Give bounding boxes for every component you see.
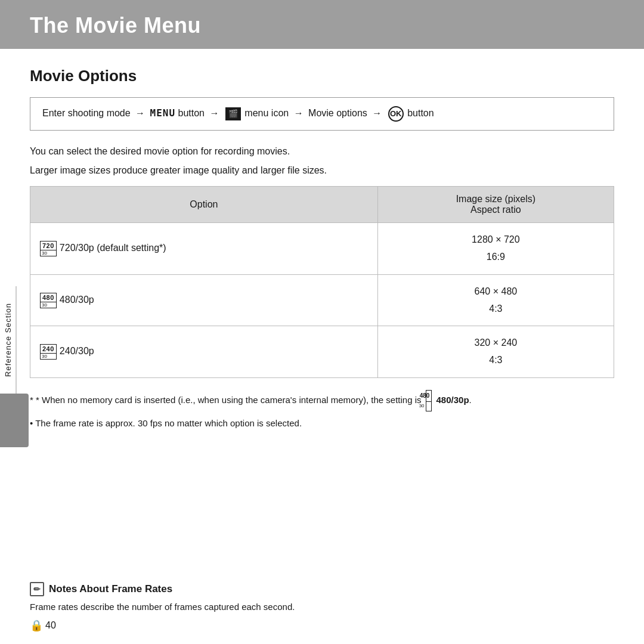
- page-title: The Movie Menu: [30, 13, 614, 38]
- aspect-ratio-0: 16:9: [487, 252, 505, 262]
- res-badge-480: 48030: [40, 293, 57, 308]
- movie-menu-icon: 🎬: [225, 107, 241, 120]
- table-row: 48030480/30p640 × 4804:3: [30, 274, 614, 326]
- table-row: 24030240/30p320 × 2404:3: [30, 326, 614, 378]
- main-content: Movie Options Enter shooting mode → MENU…: [0, 49, 644, 447]
- table-row: 72030720/30p (default setting*)1280 × 72…: [30, 223, 614, 275]
- menu-button-label: MENU: [150, 107, 176, 119]
- aspect-ratio-1: 4:3: [489, 304, 502, 314]
- description-1: You can select the desired movie option …: [30, 144, 614, 159]
- image-size-1: 640 × 480: [475, 286, 518, 296]
- res-badge-720: 72030: [40, 241, 57, 256]
- col-option-header: Option: [30, 187, 378, 223]
- notes-title: ✏ Notes About Frame Rates: [30, 582, 614, 596]
- options-table: Option Image size (pixels) Aspect ratio …: [30, 186, 614, 378]
- option-label-0: 720/30p (default setting*): [60, 243, 166, 253]
- lock-icon: 🔒: [30, 619, 43, 632]
- footnotes: * * When no memory card is inserted (i.e…: [30, 390, 614, 431]
- notes-text: Frame rates describe the number of frame…: [30, 600, 614, 614]
- col-imagesize-header: Image size (pixels) Aspect ratio: [377, 187, 614, 223]
- notes-icon: ✏: [30, 582, 44, 596]
- sidebar-tab: [0, 394, 29, 447]
- footnote-badge-480: 480 30: [426, 390, 432, 411]
- res-badge-240: 24030: [40, 344, 57, 360]
- footnote-1: * * When no memory card is inserted (i.e…: [30, 390, 614, 411]
- nav-text: Enter shooting mode → MENU button → 🎬 me…: [42, 108, 434, 118]
- page-number: 🔒 40: [30, 619, 56, 632]
- description-2: Larger image sizes produce greater image…: [30, 163, 614, 178]
- option-label-1: 480/30p: [60, 295, 94, 305]
- option-cell-1: 48030480/30p: [30, 274, 378, 326]
- ok-button-icon: OK: [388, 106, 404, 122]
- notes-section: ✏ Notes About Frame Rates Frame rates de…: [30, 582, 614, 614]
- table-header-row: Option Image size (pixels) Aspect ratio: [30, 187, 614, 223]
- option-cell-0: 72030720/30p (default setting*): [30, 223, 378, 275]
- header-bar: The Movie Menu: [0, 0, 644, 49]
- size-cell-0: 1280 × 72016:9: [377, 223, 614, 275]
- image-size-2: 320 × 240: [475, 338, 518, 348]
- size-cell-1: 640 × 4804:3: [377, 274, 614, 326]
- section-title: Movie Options: [30, 67, 614, 85]
- nav-instruction-box: Enter shooting mode → MENU button → 🎬 me…: [30, 97, 614, 131]
- option-cell-2: 24030240/30p: [30, 326, 378, 378]
- size-cell-2: 320 × 2404:3: [377, 326, 614, 378]
- sidebar-label: Reference Section: [0, 286, 17, 394]
- footnote-1b: 480/30p: [436, 395, 469, 405]
- option-label-2: 240/30p: [60, 346, 94, 356]
- footnote-2: • The frame rate is approx. 30 fps no ma…: [30, 416, 614, 431]
- image-size-0: 1280 × 720: [472, 234, 520, 244]
- aspect-ratio-2: 4:3: [489, 355, 502, 365]
